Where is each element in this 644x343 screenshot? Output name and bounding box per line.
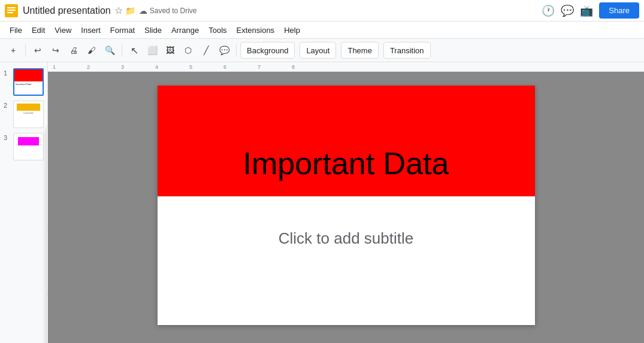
history-icon[interactable]: 🕐: [542, 4, 555, 17]
menu-slide[interactable]: Slide: [140, 23, 167, 37]
menu-view[interactable]: View: [50, 23, 76, 37]
menu-extensions[interactable]: Extensions: [232, 23, 280, 37]
titlebar: Untitled presentation ☆ 📁 ☁ Saved to Dri…: [0, 0, 644, 22]
toolbar: + ↩ ↪ 🖨 🖌 🔍 ↖ ⬜ 🖼 ⬡ ╱ 💬 Background Layou…: [0, 38, 644, 62]
folder-icon[interactable]: 📁: [125, 6, 135, 16]
undo-button[interactable]: ↩: [29, 42, 46, 59]
line-button[interactable]: ╱: [198, 42, 214, 59]
ruler-tick: 6: [223, 64, 226, 70]
menubar: File Edit View Insert Format Slide Arran…: [0, 22, 644, 38]
star-icon[interactable]: ☆: [114, 5, 123, 16]
menu-format[interactable]: Format: [105, 23, 140, 37]
print-button[interactable]: 🖨: [65, 42, 82, 59]
app-icon: [5, 4, 18, 17]
slide-yellow-strip: [17, 104, 40, 111]
cloud-icon: ☁: [139, 6, 147, 16]
share-button[interactable]: Share: [599, 2, 639, 19]
paint-button[interactable]: 🖌: [83, 42, 100, 59]
svg-rect-1: [7, 7, 16, 8]
saved-status: Saved to Drive: [150, 7, 197, 15]
menu-insert[interactable]: Insert: [76, 23, 105, 37]
cursor-button[interactable]: ↖: [126, 42, 143, 59]
theme-button[interactable]: Theme: [341, 42, 378, 59]
menu-tools[interactable]: Tools: [204, 23, 231, 37]
ruler-tick: 7: [258, 64, 261, 70]
background-button[interactable]: Background: [240, 42, 295, 59]
slide-number-1: 1: [4, 69, 11, 77]
svg-rect-2: [7, 10, 16, 11]
app-title: Untitled presentation: [23, 5, 111, 16]
slide-thumb-1[interactable]: 1 Important Data: [2, 67, 45, 97]
sep2: [122, 44, 122, 56]
slide-preview-3: [13, 133, 44, 160]
comments-icon[interactable]: 💬: [561, 4, 574, 17]
canvas-area: 1 2 3 4 5 6 7 8 Important Data Click to …: [48, 62, 644, 343]
ruler-tick: 8: [292, 64, 295, 70]
text-box-button[interactable]: ⬜: [144, 42, 161, 59]
slide-number-3: 3: [4, 134, 11, 141]
menu-file[interactable]: File: [5, 23, 27, 37]
slide-red-strip: [14, 69, 43, 81]
ruler-tick: 2: [87, 64, 90, 70]
transition-button[interactable]: Transition: [383, 42, 431, 59]
main-area: 1 Important Data 2 Crucial Data 3 ✂: [0, 62, 644, 343]
present-icon[interactable]: 📺: [580, 4, 593, 17]
slide-title[interactable]: Important Data: [158, 145, 535, 181]
sep3: [236, 44, 237, 56]
layout-button[interactable]: Layout: [300, 42, 336, 59]
ruler-tick: 3: [121, 64, 124, 70]
ruler-tick: 4: [155, 64, 158, 70]
slide-2-text: Crucial Data: [14, 112, 43, 114]
svg-rect-3: [7, 12, 13, 13]
menu-help[interactable]: Help: [279, 23, 305, 37]
ruler-tick: 1: [53, 64, 56, 70]
zoom-button[interactable]: 🔍: [101, 42, 118, 59]
image-button[interactable]: 🖼: [162, 42, 179, 59]
slide-subtitle[interactable]: Click to add subtitle: [158, 229, 535, 248]
slide-panel: 1 Important Data 2 Crucial Data 3 ✂: [0, 62, 48, 343]
ruler-tick: 5: [189, 64, 192, 70]
add-button[interactable]: +: [5, 42, 22, 59]
ruler-horizontal: 1 2 3 4 5 6 7 8: [48, 62, 644, 72]
slide-number-2: 2: [4, 102, 11, 109]
slide-title-preview: Important Data: [14, 81, 43, 87]
redo-button[interactable]: ↪: [47, 42, 64, 59]
slide-magenta-strip: [18, 137, 38, 145]
slide-preview-2: Crucial Data: [13, 101, 44, 128]
sep1: [25, 44, 26, 56]
slide-thumb-3[interactable]: 3: [2, 132, 45, 162]
menu-arrange[interactable]: Arrange: [167, 23, 204, 37]
shape-button[interactable]: ⬡: [180, 42, 196, 59]
comment-button[interactable]: 💬: [216, 42, 232, 59]
slide-canvas[interactable]: Important Data Click to add subtitle: [158, 86, 535, 325]
slide-thumb-2[interactable]: 2 Crucial Data: [2, 99, 45, 129]
header-icons: 🕐 💬 📺 Share: [542, 2, 639, 19]
slide-preview-1: Important Data: [13, 68, 44, 96]
menu-edit[interactable]: Edit: [27, 23, 50, 37]
